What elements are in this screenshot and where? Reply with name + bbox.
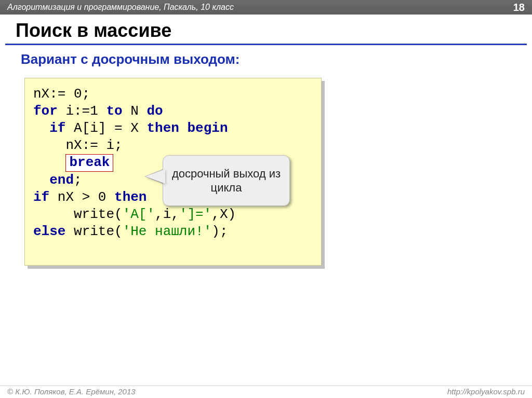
callout-tail [145, 169, 165, 184]
code-line: nX:= 0; [33, 86, 313, 103]
slide: Алгоритмизация и программирование, Паска… [0, 0, 532, 398]
title-underline [5, 44, 527, 45]
callout-text: досрочный выход из цикла [163, 167, 289, 195]
code-line: else write('Не нашли!'); [33, 223, 313, 240]
footer: © К.Ю. Поляков, Е.А. Ерёмин, 2013 http:/… [0, 386, 532, 398]
subtitle: Вариант с досрочным выходом: [21, 51, 532, 67]
page-number: 18 [513, 2, 525, 13]
code-line: write('A[',i,']=',X) [33, 206, 313, 223]
break-highlight: break [65, 154, 113, 172]
page-title: Поиск в массиве [16, 20, 532, 42]
header-bar: Алгоритмизация и программирование, Паска… [0, 0, 532, 15]
code-block-wrap: nX:= 0; for i:=1 to N do if A[i] = X the… [24, 78, 322, 266]
code-line: if A[i] = X then begin [33, 120, 313, 137]
code-line: nX:= i; [33, 137, 313, 154]
footer-url: http://kpolyakov.spb.ru [447, 387, 525, 396]
code-line: for i:=1 to N do [33, 103, 313, 120]
footer-copyright: © К.Ю. Поляков, Е.А. Ерёмин, 2013 [7, 387, 136, 396]
callout-bubble: досрочный выход из цикла [163, 155, 290, 206]
breadcrumb: Алгоритмизация и программирование, Паска… [7, 3, 234, 12]
code-block: nX:= 0; for i:=1 to N do if A[i] = X the… [24, 78, 322, 266]
